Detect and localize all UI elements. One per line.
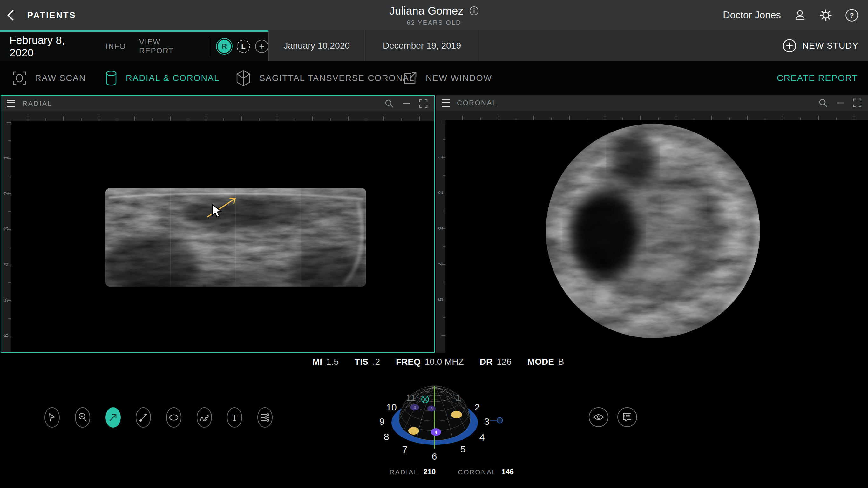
ellipse-tool-button[interactable] [166,407,181,428]
clock-number-8[interactable]: 8 [384,431,389,442]
status-value: B [558,357,564,367]
add-laterality-button[interactable]: + [255,40,269,53]
zoom-icon[interactable] [384,99,394,108]
top-bar: PATIENTS Juliana Gomez 62 YEARS OLD Doct… [0,0,868,30]
text-icon: T [231,412,237,423]
clock-handle[interactable] [497,418,503,423]
mode-new-window[interactable]: NEW WINDOW [403,61,492,95]
coronal-ultrasound-image[interactable] [436,111,868,353]
status-tis: TIS .2 [354,357,380,367]
chevron-left-icon [7,10,18,21]
probe-position-widget[interactable]: 4 3 4 1 2 3 4 5 6 7 8 9 10 11 [375,380,508,463]
clock-number-6[interactable]: 6 [432,451,437,462]
laterality-right-button[interactable]: R [218,40,231,53]
menu-icon[interactable] [442,99,450,107]
radial-panel[interactable]: RADIAL 1 2 3 4 [1,95,435,353]
laterality-left-button[interactable]: L [237,40,250,53]
clock-number-5[interactable]: 5 [460,444,466,454]
text-tool-button[interactable]: T [227,407,242,428]
lesion-marker-yellow[interactable] [408,427,419,435]
mouse-cursor [212,205,221,217]
eye-icon [593,413,604,421]
minimize-icon[interactable] [402,99,410,108]
mode-label: RADIAL & CORONAL [126,73,220,83]
arrow-annotation[interactable] [198,191,255,230]
clock-number-10[interactable]: 10 [386,402,397,413]
status-label: TIS [354,357,369,367]
status-value: 126 [497,357,512,367]
mode-sagittal-transverse-coronal[interactable]: SAGITTAL TANSVERSE CORONAL [236,61,414,95]
radial-panel-header: RADIAL [1,96,434,111]
clock-number-11[interactable]: 11 [406,392,415,403]
study-tab-december[interactable]: December 19, 2019 [365,30,479,61]
acquisition-status-bar: MI 1.5 TIS .2 FREQ 10.0 MHZ DR 126 MODE … [312,353,564,371]
position-values: RADIAL 210 CORONAL 146 [390,468,514,476]
coronal-panel-title: CORONAL [457,99,497,107]
view-report-link[interactable]: VIEW REPORT [139,37,197,55]
active-study-tab[interactable]: February 8, 2020 INFO VIEW REPORT R L + [0,30,269,61]
doctor-name: Doctor Jones [723,9,781,21]
status-label: MI [312,357,322,367]
study-tab-january[interactable]: January 10,2020 [269,30,365,61]
arrow-tool-button[interactable] [105,407,121,428]
coronal-panel-header: CORONAL [436,95,868,111]
ruler-number: 2 [3,189,10,198]
clock-number-7[interactable]: 7 [402,444,408,455]
mode-label: NEW WINDOW [426,73,492,83]
ruler-number: 6 [3,331,10,340]
visibility-toggle-button[interactable] [589,407,609,427]
lesion-marker-yellow[interactable] [451,411,462,419]
gear-icon[interactable] [819,8,832,22]
freehand-tool-button[interactable] [197,407,212,428]
coronal-angle-value: 146 [502,468,514,476]
clock-number-4[interactable]: 4 [479,432,485,443]
measure-tool-button[interactable] [136,407,151,428]
info-icon[interactable] [469,6,479,16]
mode-radial-coronal[interactable]: RADIAL & CORONAL [105,61,220,95]
ruler-number: 5 [3,296,10,305]
coronal-panel[interactable]: CORONAL 1 2 3 4 [436,95,868,353]
pointer-tool-button[interactable] [44,407,60,428]
radial-angle-value: 210 [424,468,436,476]
status-mi: MI 1.5 [312,357,339,367]
zoom-icon[interactable] [818,98,828,108]
status-mode: MODE B [527,357,564,367]
create-report-button[interactable]: CREATE REPORT [777,61,858,95]
status-value: 1.5 [326,357,339,367]
clock-number-9[interactable]: 9 [379,416,385,427]
new-window-icon [403,71,417,86]
ellipse-icon [169,414,179,421]
back-to-patients-button[interactable]: PATIENTS [9,0,76,30]
clock-number-3[interactable]: 3 [484,416,490,427]
zoom-tool-button[interactable] [75,407,90,428]
freehand-icon [199,413,209,422]
ruler-number: 1 [3,153,10,162]
mode-label: SAGITTAL TANSVERSE CORONAL [259,73,414,83]
radial-panel-title: RADIAL [22,99,52,108]
ruler-number: 3 [3,224,10,234]
fullscreen-icon[interactable] [853,98,862,108]
clock-number-2[interactable]: 2 [475,402,480,413]
user-icon[interactable] [794,9,806,22]
annotations-list-button[interactable] [617,407,637,427]
plus-circle-icon [782,39,797,53]
fullscreen-icon[interactable] [419,99,428,108]
new-study-label: NEW STUDY [802,41,859,51]
status-value: 10.0 MHZ [425,357,464,367]
coronal-angle-label: CORONAL [458,468,496,476]
view-mode-bar: RAW SCAN RADIAL & CORONAL SAGITTAL TANSV… [0,61,868,95]
menu-icon[interactable] [7,100,15,108]
ruler-number: 4 [3,260,10,269]
adjustments-tool-button[interactable] [257,407,273,428]
clock-number-1[interactable]: 1 [456,392,461,403]
info-link[interactable]: INFO [106,42,126,51]
new-study-button[interactable]: NEW STUDY [782,30,859,61]
patient-age: 62 YEARS OLD [407,19,461,26]
pointer-icon [48,413,56,422]
status-value: .2 [373,357,380,367]
help-icon[interactable]: ? [845,8,859,22]
minimize-icon[interactable] [836,99,844,107]
zoom-in-icon [78,413,87,423]
svg-text:4: 4 [435,430,437,435]
mode-raw-scan[interactable]: RAW SCAN [12,61,86,95]
